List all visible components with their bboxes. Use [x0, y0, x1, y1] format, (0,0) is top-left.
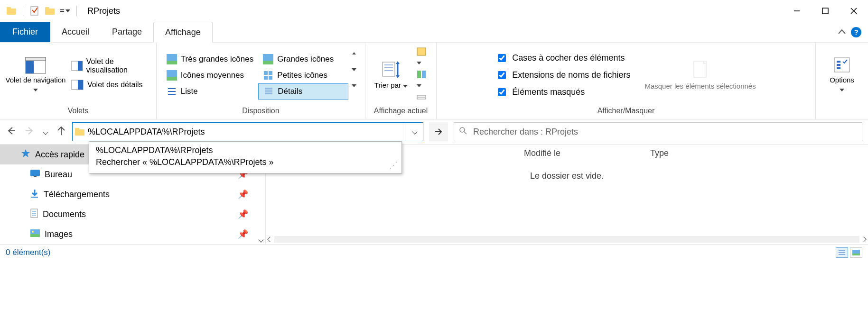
minimize-button[interactable]: [783, 0, 811, 22]
group-label-layout: Disposition: [242, 105, 279, 118]
svg-rect-41: [417, 71, 421, 78]
recent-locations-dropdown[interactable]: [44, 127, 47, 136]
layout-gallery[interactable]: Très grandes icônes Grandes icônes Icône…: [162, 51, 360, 100]
svg-rect-59: [30, 170, 40, 176]
layout-large-icons[interactable]: Grandes icônes: [258, 51, 348, 67]
svg-rect-1: [7, 7, 11, 10]
tab-file[interactable]: Fichier: [0, 22, 50, 42]
checkbox-item-checkboxes[interactable]: Cases à cocher des éléments: [496, 51, 630, 65]
navigation-pane-button[interactable]: Volet de navigation: [5, 57, 66, 94]
svg-rect-22: [264, 71, 268, 75]
checkbox-hidden-items[interactable]: Éléments masqués: [496, 85, 630, 100]
svg-rect-11: [26, 57, 46, 61]
svg-rect-67: [30, 234, 40, 237]
ribbon-tabs: Fichier Accueil Partage Affichage ?: [0, 22, 868, 43]
address-history-dropdown[interactable]: [406, 123, 423, 141]
properties-icon[interactable]: [29, 5, 40, 17]
svg-rect-40: [417, 48, 426, 55]
address-search-suggestion[interactable]: Rechercher « %LOCALAPPDATA%\RProjets »: [96, 156, 395, 168]
preview-pane-button[interactable]: Volet de visualisation: [71, 58, 151, 74]
horizontal-scrollbar[interactable]: [266, 235, 868, 244]
qat-customize-dropdown[interactable]: =: [59, 5, 71, 17]
pictures-icon: [30, 229, 40, 239]
star-icon: [21, 149, 30, 161]
svg-rect-49: [837, 64, 840, 66]
svg-rect-13: [78, 61, 83, 71]
group-label-current: Affichage actuel: [374, 105, 428, 118]
checkbox-filename-extensions[interactable]: Extensions de noms de fichiers: [496, 68, 630, 82]
svg-rect-33: [383, 62, 395, 76]
separator: [23, 6, 23, 16]
layout-extra-large-icons[interactable]: Très grandes icônes: [162, 51, 258, 67]
address-suggestion[interactable]: %LOCALAPPDATA%\RProjets: [96, 145, 395, 156]
pin-icon: 📌: [238, 209, 248, 219]
svg-rect-15: [78, 80, 83, 90]
view-details-button[interactable]: [836, 247, 848, 258]
search-placeholder: Rechercher dans : RProjets: [473, 127, 578, 137]
up-button[interactable]: [56, 126, 66, 138]
svg-rect-50: [837, 67, 840, 69]
maximize-button[interactable]: [811, 0, 840, 22]
window-title: RProjets: [87, 6, 120, 16]
pin-icon: 📌: [238, 189, 248, 200]
resize-grip-icon[interactable]: ⋰: [389, 160, 398, 170]
group-by-icon[interactable]: [417, 47, 431, 66]
view-large-icons-button[interactable]: [850, 247, 862, 258]
svg-rect-4: [45, 7, 49, 10]
help-icon[interactable]: ?: [851, 27, 861, 37]
status-bar: 0 élément(s): [0, 244, 868, 260]
tree-pictures[interactable]: Images 📌: [0, 224, 265, 244]
folder-icon[interactable]: [44, 5, 56, 17]
address-input[interactable]: [87, 123, 406, 141]
svg-rect-23: [269, 71, 272, 75]
layout-small-icons[interactable]: Petites icônes: [258, 67, 348, 83]
svg-marker-38: [396, 61, 400, 64]
svg-rect-73: [852, 254, 860, 255]
svg-rect-24: [264, 76, 268, 80]
download-icon: [30, 189, 39, 200]
separator: [76, 6, 77, 16]
tab-home[interactable]: Accueil: [50, 22, 101, 42]
address-bar[interactable]: %LOCALAPPDATA%\RProjets Rechercher « %LO…: [72, 122, 423, 141]
documents-icon: [30, 209, 38, 220]
go-button[interactable]: [429, 122, 448, 141]
svg-marker-58: [21, 149, 30, 157]
title-bar: = RProjets: [0, 0, 868, 22]
search-icon: [459, 127, 467, 137]
ribbon: Volet de navigation Volet de visualisati…: [0, 43, 868, 119]
forward-button[interactable]: [25, 126, 35, 138]
tab-share[interactable]: Partage: [101, 22, 153, 42]
details-pane-button[interactable]: Volet des détails: [71, 77, 151, 93]
svg-point-68: [32, 231, 34, 233]
close-button[interactable]: [840, 0, 868, 22]
column-type[interactable]: Type: [644, 148, 676, 158]
sort-by-button[interactable]: Trier par: [370, 60, 412, 90]
svg-rect-19: [263, 61, 273, 64]
svg-rect-60: [34, 176, 37, 177]
tree-documents[interactable]: Documents 📌: [0, 204, 265, 224]
svg-rect-48: [837, 61, 840, 63]
size-columns-icon[interactable]: [417, 93, 431, 103]
svg-point-56: [460, 127, 465, 132]
svg-rect-17: [167, 61, 177, 64]
pin-icon: 📌: [238, 229, 248, 239]
layout-list[interactable]: Liste: [162, 83, 258, 100]
layout-medium-icons[interactable]: Icônes moyennes: [162, 67, 258, 83]
column-modified[interactable]: Modifié le: [517, 148, 644, 158]
group-label-panes: Volets: [68, 105, 89, 118]
tab-view[interactable]: Affichage: [153, 22, 213, 43]
tree-downloads[interactable]: Téléchargements 📌: [0, 184, 265, 204]
svg-rect-55: [75, 128, 79, 131]
svg-marker-39: [396, 75, 400, 78]
hide-selected-button[interactable]: Masquer les éléments sélectionnés: [644, 59, 756, 91]
search-box[interactable]: Rechercher dans : RProjets: [454, 122, 862, 141]
svg-rect-21: [167, 77, 177, 81]
svg-rect-42: [422, 71, 426, 78]
svg-rect-25: [269, 76, 272, 80]
collapse-ribbon-icon[interactable]: [838, 28, 846, 36]
add-columns-icon[interactable]: [417, 70, 431, 89]
options-button[interactable]: Options: [821, 57, 863, 94]
address-suggestions-popup: %LOCALAPPDATA%\RProjets Rechercher « %LO…: [89, 141, 402, 173]
layout-details[interactable]: Détails: [258, 83, 348, 100]
back-button[interactable]: [6, 126, 16, 138]
